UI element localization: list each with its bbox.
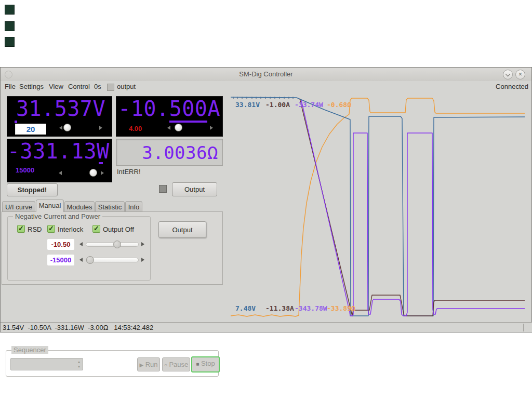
main-content: 31.537V -10.500A 4.00 -331.13W 15000 3 <box>1 92 532 322</box>
screen: { "window": { "title": "SM-Dig Controlle… <box>0 0 532 399</box>
slider-left-arrow-icon[interactable] <box>59 126 62 130</box>
pause-icon: ○ <box>164 362 167 368</box>
resistance-value: 3.0036Ω <box>116 142 218 163</box>
pause-label: Pause <box>169 361 188 368</box>
menu-control[interactable]: Control <box>68 83 90 90</box>
chevron-down-icon <box>505 72 510 77</box>
minimize-button[interactable] <box>503 70 513 79</box>
status-bar: 31.54V -10.50A -331.16W -3.00Ω 14:53:42.… <box>1 322 532 332</box>
voltage-display: 31.537V <box>7 96 112 137</box>
app-window: SM-Dig Controller × File Settings View C… <box>0 67 532 332</box>
check-icon: ✓ <box>48 224 54 232</box>
slider-right-arrow-icon[interactable] <box>141 258 144 262</box>
slider-left-arrow-icon[interactable] <box>79 242 83 246</box>
decimal-indicator <box>15 121 17 123</box>
readout-voltage-max: 33.81V <box>235 101 260 109</box>
desktop-icon[interactable] <box>5 5 15 15</box>
readout-power-min: -343.78W <box>295 304 327 312</box>
sequencer-title: Sequencer <box>11 346 48 354</box>
output-off-checkbox[interactable]: ✓ <box>92 225 100 233</box>
menu-output-label: output <box>117 83 136 90</box>
slider-right-arrow-icon[interactable] <box>101 171 104 175</box>
tab-modules[interactable]: Modules <box>64 201 95 212</box>
tab-statistic[interactable]: Statistic <box>95 201 125 212</box>
tab-ui-curve[interactable]: U/I curve <box>2 201 35 212</box>
tab-manual[interactable]: Manual <box>36 200 64 212</box>
run-button[interactable]: ▶ Run <box>137 357 160 371</box>
stop-label: Stop <box>201 360 215 367</box>
slider-right-arrow-icon[interactable] <box>210 126 213 130</box>
rsd-checkbox[interactable]: ✓ <box>17 225 25 233</box>
tab-info[interactable]: Info <box>125 201 142 212</box>
interlock-error-label: IntERR! <box>117 168 141 176</box>
slider-right-arrow-icon[interactable] <box>99 126 102 130</box>
title-bar[interactable]: SM-Dig Controller × <box>1 68 531 82</box>
window-title: SM-Dig Controller <box>1 70 531 78</box>
current-slider-groove[interactable] <box>86 242 139 247</box>
current-slider-thumb[interactable] <box>175 124 182 131</box>
close-button[interactable]: × <box>515 70 525 79</box>
measurement-chart: 33.81V -1.00A -33.74W -0.68Ω 7.48V -11.3… <box>229 94 528 321</box>
sequencer-combobox[interactable]: ▴ ▾ <box>10 358 83 370</box>
readout-resistance-max: -0.68Ω <box>327 101 351 109</box>
sequencer-group: Sequencer ▴ ▾ ▶ Run ○ Pause ■ Stop <box>6 350 219 377</box>
readout-current-max: -1.00A <box>265 101 290 109</box>
status-readout: 31.54V -10.50A -331.16W -3.00Ω 14:53:42.… <box>3 324 153 331</box>
current-setpoint-value[interactable]: -10.50 <box>47 239 74 250</box>
slider-left-arrow-icon[interactable] <box>167 126 170 130</box>
stopped-button[interactable]: Stopped! <box>7 183 58 196</box>
manual-tab-panel: Negative Current and Power ✓ RSD ✓ Inter… <box>2 211 223 285</box>
menu-file[interactable]: File <box>5 83 16 90</box>
stop-icon: ■ <box>196 361 199 367</box>
run-label: Run <box>145 361 158 368</box>
current-limit: 4.00 <box>129 125 142 132</box>
power-marker <box>99 162 103 164</box>
current-value: -10. <box>118 97 169 121</box>
resistance-display: 3.0036Ω <box>116 139 223 166</box>
check-icon: ✓ <box>94 224 99 232</box>
output-button-manual[interactable]: Output <box>158 221 206 238</box>
power-display: -331.13W 15000 <box>7 139 112 182</box>
output-off-label: Output Off <box>103 225 134 233</box>
current-unit: A <box>207 97 220 121</box>
close-icon: × <box>516 70 525 78</box>
power-setpoint-value[interactable]: -15000 <box>47 255 74 265</box>
desktop-icon[interactable] <box>5 21 15 31</box>
readout-voltage-min: 7.48V <box>235 304 256 312</box>
readout-power-max: -33.74W <box>295 101 323 109</box>
interlock-label: Interlock <box>58 225 83 233</box>
slider-right-arrow-icon[interactable] <box>141 242 144 246</box>
output-button-top[interactable]: Output <box>172 182 217 196</box>
power-slider-thumb[interactable] <box>89 169 97 177</box>
output-menu-checkbox[interactable] <box>107 84 114 91</box>
group-title: Negative Current and Power <box>13 212 102 220</box>
desktop-icon[interactable] <box>5 37 15 47</box>
current-slider-thumb[interactable] <box>113 241 121 248</box>
power-value: -331.13W <box>7 141 112 162</box>
voltage-slider-thumb[interactable] <box>63 124 71 131</box>
check-icon: ✓ <box>18 224 24 232</box>
negative-current-power-group: Negative Current and Power ✓ RSD ✓ Inter… <box>7 216 151 281</box>
rsd-label: RSD <box>28 225 42 233</box>
menu-view[interactable]: View <box>49 83 63 90</box>
power-limit: 15000 <box>16 166 34 174</box>
pause-button[interactable]: ○ Pause <box>162 357 190 371</box>
spin-up-icon[interactable]: ▴ <box>78 360 80 364</box>
slider-left-arrow-icon[interactable] <box>79 258 83 262</box>
spin-down-icon[interactable]: ▾ <box>78 365 80 369</box>
slider-left-arrow-icon[interactable] <box>59 171 62 175</box>
stop-button[interactable]: ■ Stop <box>191 356 220 373</box>
power-slider-thumb[interactable] <box>86 256 94 264</box>
readout-current-min: -11.38A <box>265 304 294 312</box>
menu-0s[interactable]: 0s <box>94 83 101 90</box>
connection-status: Connected <box>496 83 528 90</box>
menu-bar: File Settings View Control 0s output Con… <box>1 81 531 92</box>
chart-svg <box>229 94 528 321</box>
voltage-range-input[interactable] <box>15 124 46 135</box>
output-indicator[interactable] <box>159 185 167 193</box>
current-display: -10.500A 4.00 <box>116 96 223 137</box>
interlock-checkbox[interactable]: ✓ <box>47 225 55 233</box>
menu-settings[interactable]: Settings <box>19 83 44 90</box>
current-value-underlined: 500 <box>169 97 208 123</box>
voltage-value: 31.537V <box>7 98 112 119</box>
